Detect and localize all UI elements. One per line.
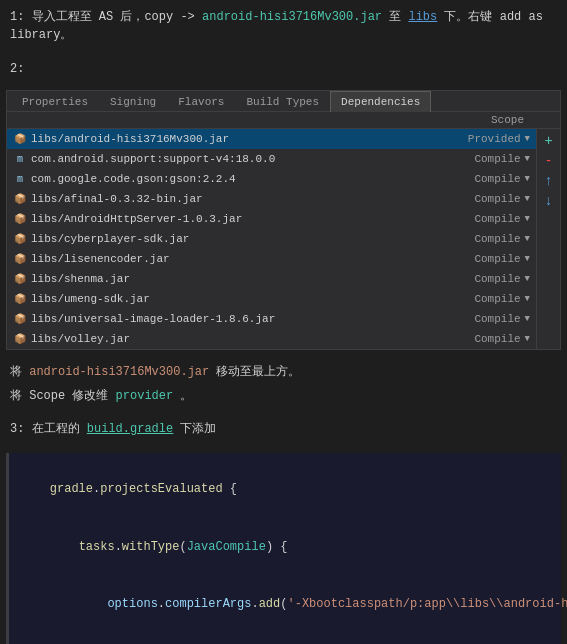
dep-scope-arrow-1: ▼ <box>525 154 530 164</box>
code-line-1: gradle.projectsEvaluated { <box>21 461 549 519</box>
dep-scope-arrow-10: ▼ <box>525 334 530 344</box>
dep-name-0: libs/android-hisi3716Mv300.jar <box>31 133 468 145</box>
dep-scope-5: Compile <box>474 233 520 245</box>
step-2-label: 2: <box>10 62 24 76</box>
module-settings-panel: Properties Signing Flavors Build Types D… <box>6 90 561 350</box>
jar-icon-10: 📦 <box>13 332 27 346</box>
settings-tabs: Properties Signing Flavors Build Types D… <box>7 91 560 112</box>
step-1-label: 1: <box>10 10 24 24</box>
dep-scope-arrow-2: ▼ <box>525 174 530 184</box>
step-3-label: 3: <box>10 422 24 436</box>
move-up-button[interactable]: ↑ <box>540 171 558 189</box>
move-down-button[interactable]: ↓ <box>540 191 558 209</box>
code-fn-add: add <box>259 597 281 611</box>
dep-scope-6: Compile <box>474 253 520 265</box>
step-1-prefix: 导入工程至 AS 后，copy -> <box>32 10 195 24</box>
instr-line-move: 将 android-hisi3716Mv300.jar 移动至最上方。 <box>10 362 557 384</box>
dep-name-1: com.android.support:support-v4:18.0.0 <box>31 153 474 165</box>
instruction-3: 将 android-hisi3716Mv300.jar 移动至最上方。 将 Sc… <box>0 354 567 413</box>
jar-icon-8: 📦 <box>13 292 27 306</box>
dep-scope-arrow-0: ▼ <box>525 134 530 144</box>
instruction-2: 2: <box>0 52 567 86</box>
dep-row-0[interactable]: 📦 libs/android-hisi3716Mv300.jar Provide… <box>7 129 536 149</box>
scope-suffix: 。 <box>180 389 192 403</box>
scope-header-label: Scope <box>491 114 524 126</box>
instr-line-scope: 将 Scope 修改维 provider 。 <box>10 386 557 408</box>
dep-name-2: com.google.code.gson:gson:2.2.4 <box>31 173 474 185</box>
dep-scope-arrow-5: ▼ <box>525 234 530 244</box>
dep-row-2[interactable]: m com.google.code.gson:gson:2.2.4 Compil… <box>7 169 536 189</box>
code-line-2: tasks.withType(JavaCompile) { <box>21 518 549 576</box>
code-compiler-args: compilerArgs <box>165 597 251 611</box>
move-suffix: 移动至最上方。 <box>216 365 300 379</box>
dep-row-4[interactable]: 📦 libs/AndroidHttpServer-1.0.3.jar Compi… <box>7 209 536 229</box>
dep-name-8: libs/umeng-sdk.jar <box>31 293 474 305</box>
dep-row-1[interactable]: m com.android.support:support-v4:18.0.0 … <box>7 149 536 169</box>
dep-row-7[interactable]: 📦 libs/shenma.jar Compile ▼ <box>7 269 536 289</box>
dep-scope-arrow-3: ▼ <box>525 194 530 204</box>
dep-scope-8: Compile <box>474 293 520 305</box>
step-1-mid: 至 <box>389 10 408 24</box>
dep-name-9: libs/universal-image-loader-1.8.6.jar <box>31 313 474 325</box>
dep-row-5[interactable]: 📦 libs/cyberplayer-sdk.jar Compile ▼ <box>7 229 536 249</box>
code-block: gradle.projectsEvaluated { tasks.withTyp… <box>6 453 561 644</box>
jar-icon-9: 📦 <box>13 312 27 326</box>
maven-icon-1: m <box>13 152 27 166</box>
tab-build-types[interactable]: Build Types <box>235 91 330 112</box>
dep-row-8[interactable]: 📦 libs/umeng-sdk.jar Compile ▼ <box>7 289 536 309</box>
code-type-1: JavaCompile <box>187 540 266 554</box>
dep-scope-arrow-8: ▼ <box>525 294 530 304</box>
dep-name-10: libs/volley.jar <box>31 333 474 345</box>
dep-scope-arrow-6: ▼ <box>525 254 530 264</box>
move-prefix: 将 <box>10 365 29 379</box>
dep-row-9[interactable]: 📦 libs/universal-image-loader-1.8.6.jar … <box>7 309 536 329</box>
dep-name-4: libs/AndroidHttpServer-1.0.3.jar <box>31 213 474 225</box>
remove-dependency-button[interactable]: - <box>540 151 558 169</box>
code-tasks: tasks <box>79 540 115 554</box>
dep-scope-3: Compile <box>474 193 520 205</box>
jar-icon-5: 📦 <box>13 232 27 246</box>
jar-icon-3: 📦 <box>13 192 27 206</box>
dep-scope-arrow-7: ▼ <box>525 274 530 284</box>
dep-scope-7: Compile <box>474 273 520 285</box>
tab-properties[interactable]: Properties <box>11 91 99 112</box>
jar-icon-4: 📦 <box>13 212 27 226</box>
instr-step3-line: 3: 在工程的 build.gradle 下添加 <box>10 419 557 441</box>
tab-dependencies[interactable]: Dependencies <box>330 91 431 112</box>
build-gradle-file: build.gradle <box>87 422 173 436</box>
dep-scope-arrow-9: ▼ <box>525 314 530 324</box>
tab-flavors[interactable]: Flavors <box>167 91 235 112</box>
maven-icon-2: m <box>13 172 27 186</box>
add-dependency-button[interactable]: + <box>540 131 558 149</box>
jar-icon-7: 📦 <box>13 272 27 286</box>
move-file: android-hisi3716Mv300.jar <box>29 365 209 379</box>
code-fn-1: projectsEvaluated <box>100 482 222 496</box>
dep-scope-4: Compile <box>474 213 520 225</box>
dep-name-7: libs/shenma.jar <box>31 273 474 285</box>
step-3-text2: 下添加 <box>180 422 216 436</box>
code-line-3: options.compilerArgs.add('-Xbootclasspat… <box>21 576 549 634</box>
step-1-file: android-hisi3716Mv300.jar <box>202 10 382 24</box>
dependencies-container: 📦 libs/android-hisi3716Mv300.jar Provide… <box>7 129 560 349</box>
dep-row-6[interactable]: 📦 libs/lisenencoder.jar Compile ▼ <box>7 249 536 269</box>
code-options: options <box>107 597 157 611</box>
deps-header-row: Scope <box>7 112 560 129</box>
dep-scope-10: Compile <box>474 333 520 345</box>
dep-scope-9: Compile <box>474 313 520 325</box>
step-1-libs: libs <box>408 10 437 24</box>
tab-signing[interactable]: Signing <box>99 91 167 112</box>
dep-scope-2: Compile <box>474 173 520 185</box>
dep-row-3[interactable]: 📦 libs/afinal-0.3.32-bin.jar Compile ▼ <box>7 189 536 209</box>
step-3-text: 在工程的 <box>32 422 87 436</box>
code-string-1: '-Xbootclasspath/p:app\\libs\\android-hi… <box>287 597 567 611</box>
code-line-4: } <box>21 633 549 644</box>
scope-value: provider <box>116 389 174 403</box>
dep-row-10[interactable]: 📦 libs/volley.jar Compile ▼ <box>7 329 536 349</box>
dep-scope-arrow-4: ▼ <box>525 214 530 224</box>
dependencies-list: 📦 libs/android-hisi3716Mv300.jar Provide… <box>7 129 536 349</box>
code-gradle-keyword: gradle <box>50 482 93 496</box>
instruction-1: 1: 导入工程至 AS 后，copy -> android-hisi3716Mv… <box>0 0 567 52</box>
actions-panel: + - ↑ ↓ <box>536 129 560 349</box>
dep-name-3: libs/afinal-0.3.32-bin.jar <box>31 193 474 205</box>
dep-scope-0: Provided <box>468 133 521 145</box>
